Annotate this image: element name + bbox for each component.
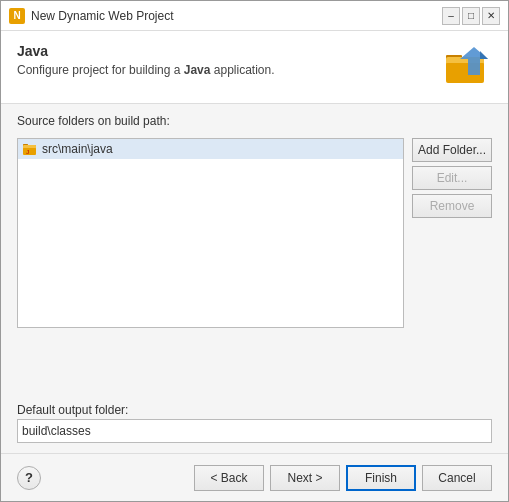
window-icon: N — [9, 8, 25, 24]
back-button[interactable]: < Back — [194, 465, 264, 491]
footer-right: < Back Next > Finish Cancel — [194, 465, 492, 491]
source-folder-icon: J — [22, 141, 38, 157]
add-folder-button[interactable]: Add Folder... — [412, 138, 492, 162]
minimize-button[interactable]: – — [442, 7, 460, 25]
header-desc-bold: Java — [184, 63, 211, 77]
maximize-button[interactable]: □ — [462, 7, 480, 25]
next-button[interactable]: Next > — [270, 465, 340, 491]
close-button[interactable]: ✕ — [482, 7, 500, 25]
output-folder-label: Default output folder: — [17, 403, 492, 417]
side-buttons: Add Folder... Edit... Remove — [412, 138, 492, 391]
svg-marker-5 — [480, 51, 488, 59]
header-desc-prefix: Configure project for building a — [17, 63, 184, 77]
header-text: Java Configure project for building a Ja… — [17, 43, 434, 77]
output-section: Default output folder: — [17, 403, 492, 443]
footer: ? < Back Next > Finish Cancel — [1, 453, 508, 501]
title-bar-left: N New Dynamic Web Project — [9, 8, 174, 24]
content-area: Source folders on build path: J — [1, 104, 508, 453]
title-bar: N New Dynamic Web Project – □ ✕ — [1, 1, 508, 31]
header-section: Java Configure project for building a Ja… — [1, 31, 508, 104]
edit-button[interactable]: Edit... — [412, 166, 492, 190]
svg-rect-9 — [23, 148, 36, 154]
svg-text:J: J — [26, 149, 29, 155]
source-folders-list: J src\main\java — [17, 138, 404, 328]
header-title: Java — [17, 43, 434, 59]
help-button[interactable]: ? — [17, 466, 41, 490]
header-desc-suffix: application. — [210, 63, 274, 77]
dialog-window: N New Dynamic Web Project – □ ✕ Java Con… — [0, 0, 509, 502]
finish-button[interactable]: Finish — [346, 465, 416, 491]
source-folders-label: Source folders on build path: — [17, 114, 492, 128]
java-folder-icon — [444, 43, 492, 91]
window-title: New Dynamic Web Project — [31, 9, 174, 23]
header-description: Configure project for building a Java ap… — [17, 63, 434, 77]
remove-button[interactable]: Remove — [412, 194, 492, 218]
title-bar-controls: – □ ✕ — [442, 7, 500, 25]
source-folder-text: src\main\java — [42, 142, 113, 156]
footer-left: ? — [17, 466, 41, 490]
folder-svg — [444, 43, 492, 91]
output-folder-input[interactable] — [17, 419, 492, 443]
source-folders-row: J src\main\java Add Folder... Edit... Re… — [17, 138, 492, 391]
list-item[interactable]: J src\main\java — [18, 139, 403, 159]
cancel-button[interactable]: Cancel — [422, 465, 492, 491]
